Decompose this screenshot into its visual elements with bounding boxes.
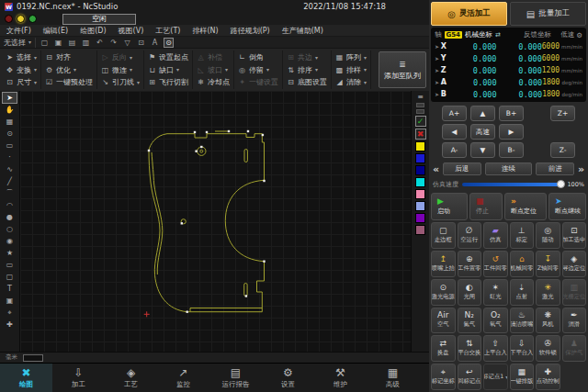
- calibrate-button[interactable]: ⊥标定: [510, 222, 535, 249]
- ribbon-item-flycut[interactable]: ⊞飞行切割: [148, 76, 188, 88]
- menu-view[interactable]: 视图(V): [119, 26, 144, 36]
- select-tool-icon[interactable]: ➤: [2, 92, 17, 104]
- return-mark-button[interactable]: ↩回标记点: [458, 364, 482, 390]
- jog-down-button[interactable]: ▼: [470, 142, 495, 158]
- speed-slider[interactable]: [462, 183, 563, 186]
- tab-advanced[interactable]: ▦高级: [367, 364, 419, 392]
- menu-nesting[interactable]: 排样(N): [192, 26, 218, 36]
- zoom-tool-icon[interactable]: ⊙: [164, 38, 174, 48]
- flexible-machining-button[interactable]: ◎灵活加工: [431, 2, 507, 26]
- folder-icon[interactable]: ▤: [67, 38, 77, 48]
- ellipse-tool-icon[interactable]: ●: [2, 211, 17, 223]
- mark-coord-button[interactable]: ⌖标记坐标: [431, 364, 456, 390]
- tray-swap-button[interactable]: ⇄换盘: [431, 335, 456, 362]
- ribbon-item-leadline[interactable]: ↘引刀线▾: [101, 76, 140, 88]
- color-swatch-cyan[interactable]: [415, 177, 425, 187]
- ribbon-item-onekey-preprocess[interactable]: ☑一键预处理: [45, 76, 93, 88]
- platform-exchange-button[interactable]: ⇅平台交换: [458, 335, 482, 362]
- menu-production-assist[interactable]: 生产辅助(M): [282, 26, 323, 36]
- ribbon-item-size[interactable]: ⊡尺寸▾: [6, 76, 37, 88]
- wcs-badge[interactable]: G54: [445, 31, 463, 39]
- menu-path-planning[interactable]: 路径规划(P): [231, 26, 270, 36]
- text-tool-icon[interactable]: T: [2, 283, 17, 295]
- edge-seek-button[interactable]: ◈寻边定位: [562, 251, 587, 277]
- ribbon-item-onekey-setting[interactable]: ✦一键设置: [238, 76, 278, 88]
- stop-button[interactable]: ■停止: [469, 193, 503, 220]
- tab-settings[interactable]: ⚙设置: [262, 364, 314, 392]
- add-to-queue-button[interactable]: ≣ 添加至队列: [379, 51, 426, 88]
- red-light-button[interactable]: ✶红光: [483, 279, 508, 306]
- jog-a-plus-button[interactable]: A+: [442, 106, 467, 121]
- machine-home-button[interactable]: ⌂机械回零: [510, 251, 535, 277]
- oxygen-button[interactable]: O₂氧气: [483, 308, 508, 334]
- tab-machining[interactable]: ⇩加工: [52, 364, 105, 392]
- jog-right-button[interactable]: ▶: [499, 124, 524, 140]
- selection-dropdown[interactable]: 无选择 ▾: [4, 38, 36, 48]
- swap-icon[interactable]: ⇄: [495, 31, 501, 39]
- fan-button[interactable]: ❋风机: [536, 308, 560, 334]
- line-tool-icon[interactable]: ╱: [2, 175, 17, 187]
- color-swatch-blue[interactable]: [415, 153, 425, 163]
- menu-process[interactable]: 工艺(T): [155, 26, 180, 36]
- menu-edit[interactable]: 编辑(E): [43, 26, 68, 36]
- color-swatch-pink[interactable]: [415, 189, 425, 199]
- ribbon-item-nesting[interactable]: ▩排样▾: [335, 64, 367, 76]
- layer-on-check-icon[interactable]: ✓: [415, 116, 426, 127]
- simulate-button[interactable]: ▰仿真: [483, 222, 508, 249]
- ribbon-item-bevel[interactable]: ◺坡口▾: [197, 64, 230, 76]
- axis-jog-icon[interactable]: ➤: [435, 43, 441, 50]
- menu-file[interactable]: 文件(F): [6, 26, 31, 36]
- polyline-tool-icon[interactable]: ∿: [2, 163, 17, 175]
- color-swatch-yellow[interactable]: [415, 141, 425, 151]
- machine-selected-button[interactable]: ⊡加工选中: [562, 222, 587, 249]
- center-tool-icon[interactable]: ⌖: [2, 307, 17, 319]
- jog-control-button[interactable]: ✚点动控制: [536, 364, 560, 390]
- machine-coord-header[interactable]: 机械坐标: [465, 30, 492, 39]
- nozzle-lift-button[interactable]: ↥喷嘴上抬: [431, 251, 456, 277]
- point-tool-icon[interactable]: ·: [2, 151, 17, 163]
- axis-jog-icon[interactable]: ➤: [435, 79, 441, 85]
- redo-icon[interactable]: ↷: [108, 38, 119, 48]
- ribbon-item-basemap-setting[interactable]: ⊟底图设置: [287, 76, 327, 88]
- new-file-icon[interactable]: ▢: [40, 38, 50, 48]
- spot-shot-button[interactable]: ⇣点射: [510, 279, 535, 306]
- palette-mini-button[interactable]: [416, 103, 424, 107]
- color-swatch-mauve[interactable]: [415, 225, 425, 235]
- cross-tool-icon[interactable]: ✚: [2, 319, 17, 330]
- rounded-rect-tool-icon[interactable]: ▢: [2, 271, 17, 283]
- open-file-icon[interactable]: ▣: [53, 38, 63, 48]
- follow-button[interactable]: ◎随动: [536, 222, 560, 249]
- workpiece-zero-button[interactable]: ⊕工件置零: [458, 251, 482, 277]
- color-swatch-lavender[interactable]: [415, 201, 425, 211]
- nitrogen-button[interactable]: N₂氮气: [458, 308, 482, 334]
- jog-b-minus-button[interactable]: B-: [499, 142, 524, 158]
- clean-nozzle-button[interactable]: ♨清洁喷嘴: [510, 308, 535, 334]
- ribbon-item-common-edge[interactable]: ⊞共边▾: [287, 51, 327, 63]
- save-icon[interactable]: ▥: [81, 38, 91, 48]
- arc3-tool-icon[interactable]: ◠: [2, 199, 17, 211]
- upper-platform-in-button[interactable]: ⇧上平台入: [483, 335, 508, 362]
- frame-select-icon[interactable]: ⊡: [136, 38, 146, 48]
- undo-icon[interactable]: ↶: [95, 38, 105, 48]
- air-button[interactable]: Air空气: [431, 308, 456, 334]
- laser-button[interactable]: ✳激光: [536, 279, 560, 306]
- ribbon-item-array[interactable]: ▦阵列▾: [335, 51, 367, 63]
- layer-off-x-icon[interactable]: ✖: [415, 129, 426, 140]
- ribbon-item-align[interactable]: ⊟对齐: [45, 51, 93, 63]
- ring-tool-icon[interactable]: ◉: [2, 235, 17, 247]
- step-forward-button[interactable]: 前进: [536, 162, 573, 175]
- jog-left-button[interactable]: ◀: [442, 124, 467, 140]
- palette-mini-button[interactable]: [416, 109, 424, 114]
- onekey-nest-button[interactable]: ▦一键排版: [510, 364, 535, 390]
- grating-locate-button[interactable]: ▥光栅定位: [562, 279, 587, 306]
- layers-icon[interactable]: ≡: [417, 93, 424, 101]
- ribbon-item-dwell[interactable]: ◎停留▾: [238, 64, 278, 76]
- zoom-tool-icon[interactable]: ⊙: [2, 128, 17, 140]
- arc-tool-icon[interactable]: ⌒: [2, 187, 17, 199]
- ribbon-item-notch[interactable]: ⊔缺口▾: [148, 64, 188, 76]
- color-swatch-navy[interactable]: [415, 165, 425, 175]
- z-home-button[interactable]: ↧Z轴回零: [536, 251, 560, 277]
- chevrons-left-icon[interactable]: «: [433, 163, 439, 175]
- tab-process[interactable]: ◈工艺: [105, 364, 157, 392]
- color-swatch-purple[interactable]: [415, 213, 425, 223]
